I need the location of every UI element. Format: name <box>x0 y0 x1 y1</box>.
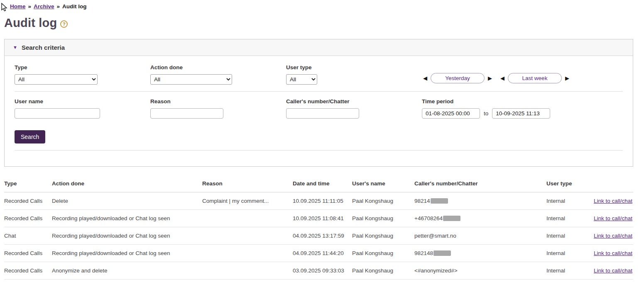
last-week-button[interactable]: Last week <box>508 73 562 83</box>
reason-input[interactable] <box>150 108 223 119</box>
user-type-label: User type <box>286 64 422 70</box>
audit-log-page: Home»Archive»Audit log Audit log ? ▼ Sea… <box>0 0 644 282</box>
cell-reason <box>202 262 293 280</box>
cell-caller: <#anonymized#> <box>414 262 546 280</box>
cell-reason <box>202 227 293 245</box>
col-user-type: User type <box>546 175 584 192</box>
cell-user: Paal Kongshaug <box>352 245 414 262</box>
user-name-input[interactable] <box>15 108 100 119</box>
link-to-call-chat[interactable]: Link to call/chat <box>594 198 632 204</box>
breadcrumb-separator: » <box>57 3 60 10</box>
cell-action: Recording played/downloaded or Chat log … <box>52 245 202 262</box>
field-action-done: Action done All <box>150 64 286 85</box>
cell-caller: 98214 <box>414 192 546 210</box>
cell-datetime: 04.09.2025 11:44:20 <box>293 245 352 262</box>
cell-usertype: Internal <box>546 192 584 210</box>
breadcrumb-archive-link[interactable]: Archive <box>34 3 54 10</box>
yesterday-button[interactable]: Yesterday <box>431 73 485 83</box>
cell-action: Recording played/downloaded or Chat log … <box>52 227 202 245</box>
table-row: Recorded Calls Recording played/download… <box>4 245 633 262</box>
cell-datetime: 10.09.2025 11:08:41 <box>293 210 352 227</box>
table-row: Recorded Calls Anonymize and delete 03.0… <box>4 262 633 280</box>
cell-reason <box>202 210 293 227</box>
cell-usertype: Internal <box>546 227 584 245</box>
link-to-call-chat[interactable]: Link to call/chat <box>594 215 632 221</box>
cell-action: Anonymize and delete <box>52 262 202 280</box>
table-row: Recorded Calls Delete Complaint | my com… <box>4 192 633 210</box>
audit-table-body: Recorded Calls Delete Complaint | my com… <box>4 192 633 282</box>
time-period-label: Time period <box>422 98 558 105</box>
cell-reason: Complaint | my comment... <box>202 192 293 210</box>
cell-type: Recorded Calls <box>4 192 52 210</box>
help-icon[interactable]: ? <box>60 20 68 28</box>
user-type-select[interactable]: All <box>286 74 317 85</box>
cell-user: Paal Kongshaug <box>352 192 414 210</box>
time-from-input[interactable] <box>422 108 480 119</box>
caller-label: Caller's number/Chatter <box>286 98 422 105</box>
cell-action: Recording played/downloaded or Chat log … <box>52 210 202 227</box>
table-row: Recorded Calls Recording played/download… <box>4 210 633 227</box>
link-to-call-chat[interactable]: Link to call/chat <box>594 250 632 256</box>
last-week-prev-arrow[interactable]: ◀ <box>499 75 506 82</box>
last-week-next-arrow[interactable]: ▶ <box>564 75 571 82</box>
reason-label: Reason <box>150 98 286 105</box>
cell-datetime: 10.09.2025 11:11:05 <box>293 192 352 210</box>
cell-caller: petter@smart.no <box>414 227 546 245</box>
link-to-call-chat[interactable]: Link to call/chat <box>594 267 632 274</box>
field-caller: Caller's number/Chatter <box>286 98 422 119</box>
table-row: Chat Recording played/downloaded or Chat… <box>4 227 633 245</box>
breadcrumb-separator: » <box>28 3 32 10</box>
yesterday-prev-arrow[interactable]: ◀ <box>422 75 429 82</box>
cell-type: Recorded Calls <box>4 280 52 282</box>
cell-caller: 982148 <box>414 280 546 282</box>
cell-reason: #txt | Testing to see Audit log <box>202 280 293 282</box>
redacted-block <box>433 250 451 256</box>
col-reason: Reason <box>202 175 293 192</box>
cell-usertype: Internal <box>546 210 584 227</box>
cell-type: Recorded Calls <box>4 210 52 227</box>
col-caller: Caller's number/Chatter <box>414 175 546 192</box>
col-user-name: User's name <box>352 175 414 192</box>
cell-reason <box>202 245 293 262</box>
field-user-type: User type All <box>286 64 422 85</box>
breadcrumb-home-link[interactable]: Home <box>10 3 26 10</box>
cell-action: Delete <box>52 192 202 210</box>
collapse-triangle-icon: ▼ <box>13 45 17 50</box>
col-link <box>584 175 633 192</box>
field-type: Type All <box>15 64 150 85</box>
cell-datetime: 03.09.2025 09:33:03 <box>293 262 352 280</box>
cell-caller: 982148 <box>414 245 546 262</box>
field-reason: Reason <box>150 98 286 119</box>
cell-type: Recorded Calls <box>4 262 52 280</box>
cell-type: Recorded Calls <box>4 245 52 262</box>
action-done-select[interactable]: All <box>150 74 232 85</box>
redacted-block <box>443 216 460 221</box>
cell-user: Paal Kongshaug <box>352 227 414 245</box>
search-criteria-title: Search criteria <box>22 44 65 51</box>
search-criteria-header[interactable]: ▼ Search criteria <box>5 39 633 56</box>
search-criteria-panel: ▼ Search criteria Type All Action done A… <box>4 39 633 167</box>
cell-type: Chat <box>4 227 52 245</box>
user-name-label: User name <box>15 98 150 105</box>
col-date-time: Date and time <box>293 175 352 192</box>
type-label: Type <box>15 64 150 70</box>
cell-caller: +46708264 <box>414 210 546 227</box>
redacted-block <box>431 198 448 204</box>
table-row: Recorded Calls Recording played/download… <box>4 280 633 282</box>
cell-usertype: Internal <box>546 245 584 262</box>
link-to-call-chat[interactable]: Link to call/chat <box>594 233 632 239</box>
cell-datetime: 04.09.2025 13:17:59 <box>293 227 352 245</box>
time-to-text: to <box>484 110 488 117</box>
cell-datetime: 01.09.2025 16:02:05 <box>293 280 352 282</box>
type-select[interactable]: All <box>15 74 98 85</box>
table-header-row: Type Action done Reason Date and time Us… <box>4 175 633 192</box>
caller-input[interactable] <box>286 108 359 119</box>
cell-user: Paal Kongshaug <box>352 210 414 227</box>
yesterday-next-arrow[interactable]: ▶ <box>487 75 493 82</box>
time-to-input[interactable] <box>492 108 550 119</box>
search-button[interactable]: Search <box>15 130 45 143</box>
quick-date-nav: ◀ Yesterday ▶ ◀ Last week ▶ <box>422 64 623 83</box>
cell-user: Paal Kongshaug <box>352 262 414 280</box>
action-done-label: Action done <box>150 64 286 70</box>
breadcrumb: Home»Archive»Audit log <box>4 3 633 10</box>
